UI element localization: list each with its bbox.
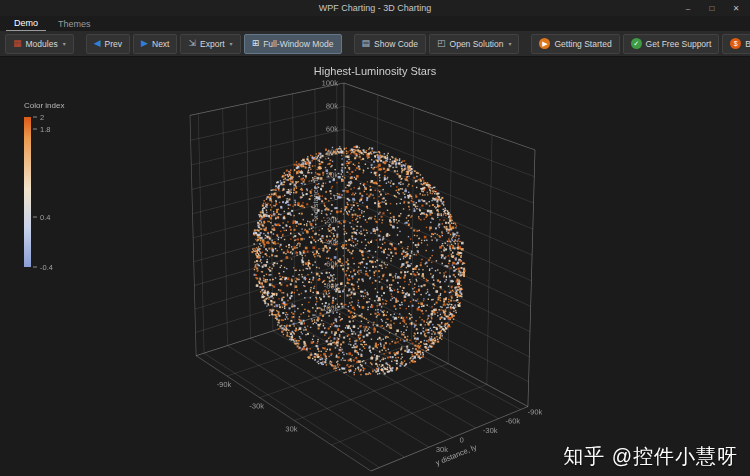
toolbar-button-prev[interactable]: ◀Prev — [86, 34, 130, 54]
toolbar-button-export[interactable]: ⇲Export▾ — [180, 34, 240, 54]
window-title: WPF Charting - 3D Charting — [0, 3, 750, 13]
legend-tick-label: 0.4 — [33, 213, 50, 222]
chevron-down-icon: ▾ — [230, 40, 233, 47]
toolbar-button-label: Open Solution — [450, 39, 504, 49]
toolbar-button-full-window-mode[interactable]: ⊞Full-Window Mode — [244, 34, 342, 54]
toolbar-button-label: Show Code — [374, 39, 418, 49]
toolbar-button-label: Buy Now — [745, 39, 750, 49]
close-button[interactable]: ✕ — [724, 0, 748, 16]
titlebar: WPF Charting - 3D Charting –□✕ — [0, 0, 750, 16]
prev-icon: ◀ — [94, 39, 101, 48]
legend-tick-label: -0.4 — [33, 263, 53, 272]
toolbar: ▦Modules▾◀Prev▶Next⇲Export▾⊞Full-Window … — [0, 31, 750, 57]
toolbar-button-label: Prev — [105, 39, 122, 49]
next-icon: ▶ — [141, 39, 148, 48]
toolbar-button-label: Export — [200, 39, 225, 49]
color-legend: Color index 21.80.4-0.4 — [24, 101, 64, 267]
get-free-support-icon: ✓ — [631, 38, 642, 49]
chart-area: Highest-Luminosity Stars Color index 21.… — [0, 57, 750, 476]
getting-started-icon: ▶ — [539, 38, 550, 49]
menu-item-demo[interactable]: Demo — [6, 17, 46, 31]
chevron-down-icon: ▾ — [63, 40, 66, 47]
legend-body: 21.80.4-0.4 — [24, 117, 64, 267]
toolbar-button-open-solution[interactable]: ◰Open Solution▾ — [429, 34, 519, 54]
legend-title: Color index — [24, 101, 64, 110]
chevron-down-icon: ▾ — [508, 40, 511, 47]
toolbar-button-label: Next — [152, 39, 169, 49]
toolbar-button-label: Modules — [26, 39, 58, 49]
minimize-button[interactable]: – — [676, 0, 700, 16]
menu-item-themes[interactable]: Themes — [50, 18, 99, 31]
toolbar-button-label: Full-Window Mode — [263, 39, 333, 49]
full-window-mode-icon: ⊞ — [252, 39, 260, 48]
open-solution-icon: ◰ — [437, 39, 446, 48]
menubar: DemoThemes — [0, 16, 750, 31]
export-icon: ⇲ — [188, 39, 196, 48]
legend-tick-label: 1.8 — [33, 125, 50, 134]
buy-now-icon: $ — [730, 38, 741, 49]
legend-tick-label: 2 — [33, 113, 44, 122]
toolbar-button-show-code[interactable]: ▤Show Code — [354, 34, 426, 54]
show-code-icon: ▤ — [362, 39, 371, 48]
toolbar-button-buy-now[interactable]: $Buy Now — [722, 34, 750, 54]
toolbar-button-getting-started[interactable]: ▶Getting Started — [531, 34, 619, 54]
toolbar-button-modules[interactable]: ▦Modules▾ — [5, 34, 74, 54]
window-controls: –□✕ — [676, 0, 750, 16]
app-window: WPF Charting - 3D Charting –□✕ DemoTheme… — [0, 0, 750, 476]
toolbar-button-get-free-support[interactable]: ✓Get Free Support — [623, 34, 720, 54]
toolbar-button-label: Get Free Support — [646, 39, 712, 49]
modules-icon: ▦ — [13, 39, 22, 48]
maximize-button[interactable]: □ — [700, 0, 724, 16]
toolbar-button-label: Getting Started — [554, 39, 611, 49]
scatter3d-chart-surface[interactable] — [0, 57, 750, 476]
toolbar-button-next[interactable]: ▶Next — [133, 34, 177, 54]
legend-gradient — [24, 117, 31, 267]
